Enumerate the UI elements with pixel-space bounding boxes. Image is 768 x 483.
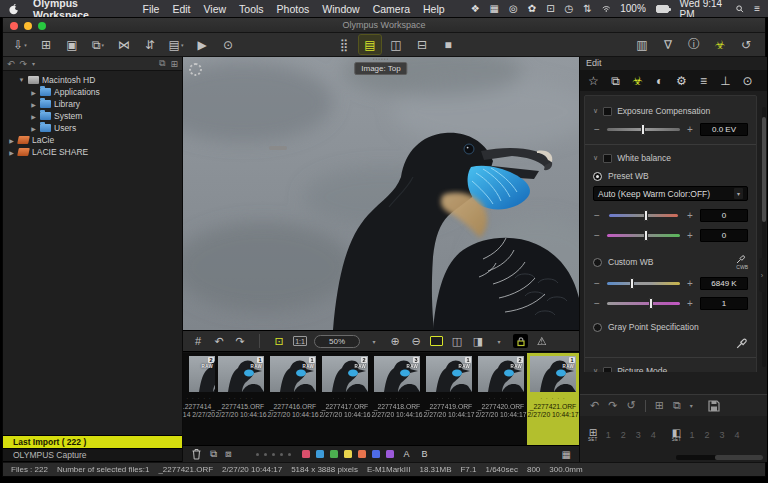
plus-button[interactable]: + <box>686 232 694 240</box>
toolbar-button[interactable]: ▶ <box>191 35 213 54</box>
disclosure-arrow[interactable]: ▶ <box>30 125 37 132</box>
edit-tab[interactable]: ☣ <box>628 72 647 89</box>
forward-button[interactable]: ↷ <box>20 59 28 69</box>
revert-button[interactable]: ↺ <box>626 399 635 412</box>
view-mode-button[interactable]: ⊟ <box>411 35 433 54</box>
toolbar-button[interactable]: ⊞ <box>35 35 57 54</box>
disclosure-arrow[interactable]: ▼ <box>18 77 25 83</box>
menu-item[interactable]: Window <box>322 3 359 15</box>
toolbar-button[interactable]: ⇩ <box>9 35 31 54</box>
rating-dots[interactable]: · · · · · <box>527 394 579 402</box>
panel-toggle-button[interactable]: ▥ <box>631 35 653 54</box>
rating-dots[interactable]: · · · · · <box>423 394 475 402</box>
status-icon[interactable]: ⊡ <box>546 4 554 14</box>
minus-button[interactable]: − <box>593 232 601 240</box>
wb-green-magenta-slider[interactable] <box>607 234 680 237</box>
history-dropdown[interactable]: ▾ <box>32 60 35 67</box>
folder-tree-item[interactable]: ▶ Library <box>3 98 182 110</box>
gray-point-radio[interactable] <box>593 323 602 332</box>
redo-button[interactable]: ↷ <box>608 399 617 412</box>
color-label-button[interactable] <box>302 450 310 458</box>
actual-pixels-button[interactable]: 1:1 <box>293 336 307 346</box>
save-set-button[interactable]: ⊞ SET <box>588 428 598 443</box>
spotlight-search-icon[interactable] <box>736 4 744 14</box>
edit-tab[interactable]: ⊥ <box>716 72 735 89</box>
battery-icon[interactable] <box>656 5 670 13</box>
dual-view-button[interactable]: ◫ <box>450 335 464 348</box>
camera-set-slot-button[interactable]: 4 <box>734 430 739 440</box>
menu-item[interactable]: Photos <box>277 3 310 15</box>
view-mode-button[interactable]: ▤ <box>359 35 381 54</box>
exposure-slider[interactable] <box>607 128 680 131</box>
disclosure-arrow[interactable]: ▶ <box>8 137 15 144</box>
zoom-button[interactable] <box>38 22 46 30</box>
disclosure-arrow[interactable]: ▶ <box>8 149 15 156</box>
toolbar-button[interactable]: ⋈ <box>113 35 135 54</box>
toolbar-button[interactable]: ▤ <box>165 35 187 54</box>
split-view-button[interactable]: ◨ <box>471 335 485 348</box>
slider-thumb[interactable] <box>641 124 645 135</box>
slider-thumb[interactable] <box>649 298 653 309</box>
tint-slider[interactable] <box>607 302 680 305</box>
rotate-left-button[interactable]: ↶ <box>212 335 226 348</box>
camera-set-button[interactable]: ◧ SET <box>672 428 682 443</box>
undo-button[interactable]: ↶ <box>590 399 599 412</box>
collection-item[interactable]: Last Import ( 222 ) <box>3 436 182 449</box>
menu-item[interactable]: View <box>204 3 227 15</box>
wb-amber-blue-value[interactable]: 0 <box>700 209 748 222</box>
reveal-folder-button[interactable]: ⧉ <box>159 58 165 69</box>
paste-settings-button[interactable]: ⧉ <box>673 399 681 412</box>
move-to-button[interactable]: ⧈ <box>225 448 231 460</box>
panel-toggle-button[interactable]: ↺ <box>735 35 757 54</box>
exposure-value[interactable]: 0.0 EV <box>700 123 748 136</box>
custom-wb-radio[interactable] <box>593 258 602 267</box>
filmstrip-toggle-button[interactable]: ▦ <box>562 449 571 460</box>
edit-panel-hscrollbar[interactable] <box>676 455 763 460</box>
wifi-icon[interactable] <box>602 4 611 13</box>
folder-tree-item[interactable]: ▼ Macintosh HD <box>3 74 182 86</box>
compare-b-button[interactable]: B <box>422 449 428 459</box>
folder-tree-item[interactable]: ▶ System <box>3 110 182 122</box>
kelvin-slider[interactable] <box>607 282 680 285</box>
folder-tree-item[interactable]: ▶ Applications <box>3 86 182 98</box>
edit-tab[interactable]: ≡ <box>694 72 713 89</box>
close-button[interactable] <box>10 22 18 30</box>
collapse-chevron-icon[interactable]: ∨ <box>593 154 598 162</box>
tint-value[interactable]: 1 <box>700 297 748 310</box>
slider-thumb[interactable] <box>630 278 634 289</box>
color-label-button[interactable] <box>372 450 380 458</box>
panel-toggle-button[interactable]: ∇ <box>657 35 679 54</box>
hscrollbar-thumb[interactable] <box>715 455 763 460</box>
collection-item[interactable]: OLYMPUS Capture <box>3 449 182 462</box>
exposure-checkbox[interactable] <box>603 107 612 116</box>
set-slot-button[interactable]: 1 <box>606 430 611 440</box>
edit-panel-scrollbar[interactable] <box>762 107 766 367</box>
camera-set-slot-button[interactable]: 2 <box>704 430 709 440</box>
rating-dot[interactable] <box>272 453 275 456</box>
color-label-button[interactable] <box>344 450 352 458</box>
rating-dot[interactable] <box>288 453 291 456</box>
color-label-button[interactable] <box>386 450 394 458</box>
back-button[interactable]: ↶ <box>7 59 15 69</box>
folder-tree-item[interactable]: ▶ Users <box>3 122 182 134</box>
picture-mode-checkbox[interactable] <box>603 367 612 373</box>
save-icon[interactable] <box>708 400 720 412</box>
slider-thumb[interactable] <box>644 210 648 221</box>
rating-dot[interactable] <box>264 453 267 456</box>
collapse-chevron-icon[interactable]: ∨ <box>593 367 598 372</box>
plus-button[interactable]: + <box>686 126 694 134</box>
panel-collapse-handle[interactable]: › <box>759 258 765 292</box>
copy-to-button[interactable]: ⧉ <box>210 448 217 460</box>
view-mode-button[interactable]: ⣿ <box>333 35 355 54</box>
plus-button[interactable]: + <box>686 300 694 308</box>
cwb-picker[interactable]: CWB <box>736 254 748 270</box>
main-photo[interactable]: •••••• Image: Top <box>183 57 579 330</box>
rating-dots[interactable]: · · · · · <box>475 394 527 402</box>
folder-tree-item[interactable]: ▶ LACIE SHARE <box>3 146 182 158</box>
rating-dot[interactable] <box>256 453 259 456</box>
minus-button[interactable]: − <box>593 280 601 288</box>
edit-tab[interactable]: ☆ <box>584 72 603 89</box>
white-balance-checkbox[interactable] <box>603 154 612 163</box>
compare-a-button[interactable]: A <box>404 449 410 459</box>
warning-button[interactable]: ⚠ <box>535 335 549 348</box>
